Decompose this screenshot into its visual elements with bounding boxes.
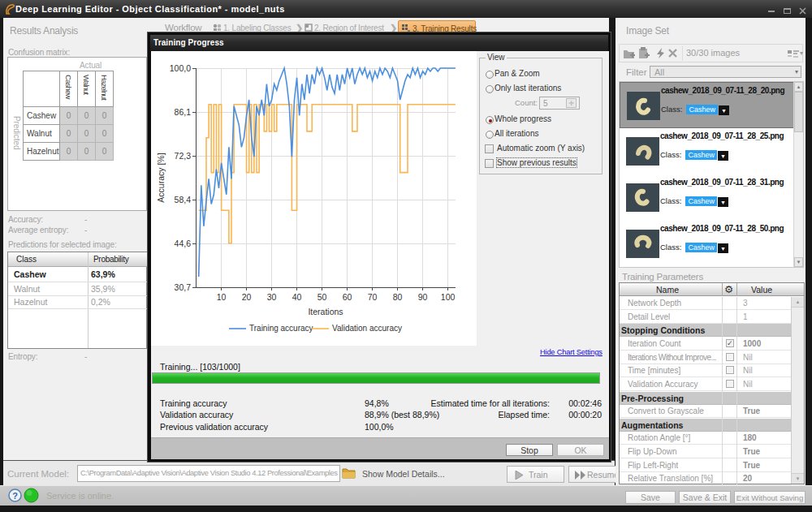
svg-text:90: 90 xyxy=(418,292,428,302)
svg-text:10: 10 xyxy=(217,292,227,302)
svg-text:100: 100 xyxy=(441,292,456,302)
svg-text:80: 80 xyxy=(393,292,403,302)
svg-text:Iterations: Iterations xyxy=(308,307,343,316)
svg-text:?: ? xyxy=(12,491,18,501)
svg-text:30: 30 xyxy=(267,292,277,302)
svg-text:86,1: 86,1 xyxy=(175,107,192,117)
svg-text:70: 70 xyxy=(368,292,378,302)
svg-text:58,4: 58,4 xyxy=(175,195,192,204)
svg-text:Validation accuracy: Validation accuracy xyxy=(332,324,402,333)
svg-text:72,3: 72,3 xyxy=(175,151,192,161)
svg-text:30,7: 30,7 xyxy=(175,282,192,292)
svg-text:50: 50 xyxy=(317,292,327,302)
svg-text:Training accuracy: Training accuracy xyxy=(249,324,313,333)
svg-text:100,0: 100,0 xyxy=(170,63,191,73)
svg-text:60: 60 xyxy=(343,292,352,302)
svg-text:44,6: 44,6 xyxy=(175,239,192,248)
svg-text:40: 40 xyxy=(292,292,302,302)
svg-text:20: 20 xyxy=(242,292,252,302)
svg-text:Accuracy [%]: Accuracy [%] xyxy=(156,153,166,202)
